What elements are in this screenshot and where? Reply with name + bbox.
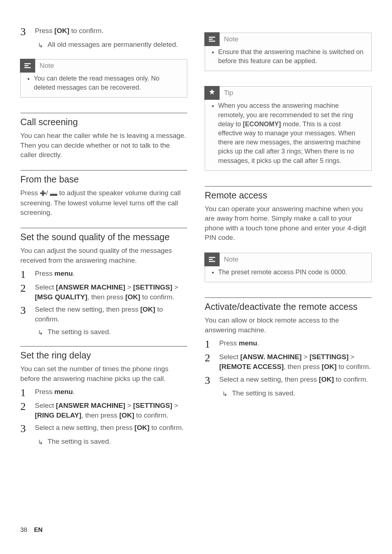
paragraph: You can operate your answering machine w… (205, 204, 372, 243)
ra-step-2: 2 Select [ANSW. MACHINE] > [SETTINGS] > … (205, 352, 372, 372)
paragraph: Press ✚/ ▬ to adjust the speaker volume … (20, 188, 187, 218)
step-text: Press [OK] to confirm. (35, 26, 103, 36)
note-item: You can delete the read messages only. N… (34, 74, 181, 92)
tip-item: When you access the answering machine re… (218, 101, 366, 165)
result-arrow-icon: ↳ (38, 329, 43, 337)
rd-step-3: 3 Select a new setting, then press [OK] … (20, 423, 187, 434)
divider (20, 228, 187, 228)
heading-call-screening: Call screening (20, 117, 187, 127)
heading-activate: Activate/deactivate the remote access (205, 301, 372, 312)
paragraph: You can adjust the sound quality of the … (20, 246, 187, 265)
note-item: Ensure that the answering machine is swi… (218, 48, 366, 66)
note-title: Note (224, 255, 238, 263)
divider (20, 170, 187, 171)
note-callout: Note You can delete the read messages on… (20, 59, 187, 98)
tip-callout: Tip When you access the answering machin… (205, 86, 372, 171)
ra-result: ↳ The setting is saved. (222, 389, 372, 398)
left-column: 3 Press [OK] to confirm. ↳ All old messa… (20, 26, 187, 450)
divider (205, 297, 372, 298)
ra-step-1: 1 Press menu. (205, 338, 372, 349)
sq-result: ↳ The setting is saved. (38, 327, 187, 337)
page-number: 38 (20, 526, 27, 533)
sq-step-1: 1 Press menu. (20, 269, 187, 280)
note-callout: Note The preset remote access PIN code i… (205, 253, 372, 282)
sq-step-3: 3 Select the new setting, then press [OK… (20, 305, 187, 324)
result-arrow-icon: ↳ (222, 390, 228, 398)
note-icon (20, 59, 35, 73)
step-number: 3 (20, 26, 28, 37)
rd-result: ↳ The setting is saved. (38, 437, 187, 447)
heading-sound-quality: Set the sound quality of the message (20, 232, 187, 242)
note-item: The preset remote access PIN code is 000… (218, 268, 366, 277)
paragraph: You can set the number of times the phon… (20, 364, 187, 383)
tip-title: Tip (224, 89, 233, 97)
rd-step-2: 2 Select [ANSWER MACHINE] > [SETTINGS] >… (20, 401, 187, 420)
note-icon (204, 32, 220, 46)
step-3: 3 Press [OK] to confirm. (20, 26, 187, 37)
note-callout: Note Ensure that the answering machine i… (205, 33, 372, 71)
plus-icon: ✚ (40, 189, 46, 197)
tip-icon (204, 86, 220, 100)
result-arrow-icon: ↳ (38, 438, 43, 446)
sq-step-2: 2 Select [ANSWER MACHINE] > [SETTINGS] >… (20, 283, 187, 302)
divider (20, 113, 187, 113)
result-arrow-icon: ↳ (38, 41, 43, 49)
heading-ring-delay: Set the ring delay (20, 350, 187, 361)
right-column: Note Ensure that the answering machine i… (205, 26, 372, 450)
heading-from-base: From the base (20, 174, 187, 185)
minus-icon: ▬ (48, 189, 57, 197)
note-icon (204, 253, 220, 266)
step-result: ↳ All old messages are permanently delet… (38, 40, 187, 50)
note-title: Note (224, 35, 238, 43)
note-title: Note (40, 62, 54, 70)
paragraph: You can allow or block remote access to … (205, 316, 372, 335)
ra-step-3: 3 Select a new setting, then press [OK] … (205, 375, 372, 386)
paragraph: You can hear the caller while he is leav… (20, 131, 187, 160)
page-footer: 38 EN (20, 526, 42, 534)
rd-step-1: 1 Press menu. (20, 387, 187, 398)
language-code: EN (34, 526, 43, 533)
divider (20, 346, 187, 346)
heading-remote-access: Remote access (205, 190, 372, 201)
divider (205, 186, 372, 186)
